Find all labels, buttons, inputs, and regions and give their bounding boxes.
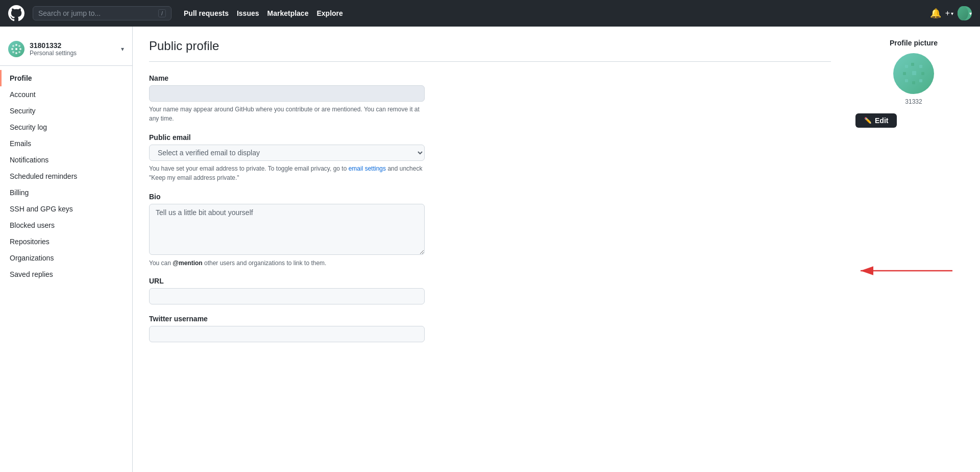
arrow-annotation — [855, 261, 972, 282]
bio-label: Bio — [149, 193, 425, 201]
sidebar-item-repositories[interactable]: Repositories — [0, 233, 132, 250]
twitter-label: Twitter username — [149, 315, 425, 323]
main-wrapper: 31801332 Personal settings ▾ Profile Acc… — [0, 27, 980, 472]
email-settings-link[interactable]: email settings — [349, 165, 386, 172]
sidebar-user-subtitle: Personal settings — [30, 50, 116, 57]
svg-point-2 — [18, 45, 20, 47]
create-new-button[interactable]: + ▾ — [945, 9, 953, 18]
sidebar-user-avatar — [8, 41, 24, 57]
profile-picture-label: Profile picture — [855, 39, 972, 47]
svg-rect-17 — [912, 81, 915, 84]
topnav-links: Pull requests Issues Marketplace Explore — [184, 9, 343, 17]
sidebar-item-security[interactable]: Security — [0, 103, 132, 119]
sidebar-item-notifications[interactable]: Notifications — [0, 152, 132, 168]
topnav: Search or jump to... / Pull requests Iss… — [0, 0, 980, 27]
main-content: Public profile Name Your name may appear… — [133, 27, 847, 472]
edit-button[interactable]: ✏️ Edit — [855, 113, 897, 128]
sidebar-item-emails[interactable]: Emails — [0, 135, 132, 152]
public-email-select[interactable]: Select a verified email to display — [149, 145, 425, 161]
url-group: URL — [149, 277, 425, 304]
sidebar-item-ssh-gpg-keys[interactable]: SSH and GPG keys — [0, 201, 132, 217]
url-label: URL — [149, 277, 425, 285]
svg-rect-14 — [912, 71, 916, 75]
sidebar-user-info: 31801332 Personal settings — [30, 41, 116, 57]
svg-point-6 — [12, 51, 14, 53]
sidebar-user[interactable]: 31801332 Personal settings ▾ — [0, 37, 132, 65]
topnav-right: 🔔 + ▾ ▾ — [930, 6, 972, 20]
topnav-explore[interactable]: Explore — [316, 9, 342, 17]
name-label: Name — [149, 74, 425, 82]
search-text: Search or jump to... — [38, 9, 101, 17]
twitter-group: Twitter username — [149, 315, 425, 342]
sidebar-item-organizations[interactable]: Organizations — [0, 250, 132, 266]
profile-picture-avatar — [893, 53, 934, 94]
profile-picture-section: Profile picture — [855, 39, 972, 128]
topnav-marketplace[interactable]: Marketplace — [267, 9, 309, 17]
svg-point-7 — [15, 52, 17, 54]
notifications-button[interactable]: 🔔 — [930, 8, 941, 19]
sidebar-item-account[interactable]: Account — [0, 86, 132, 103]
name-group: Name Your name may appear around GitHub … — [149, 74, 425, 123]
svg-rect-15 — [921, 72, 924, 75]
profile-form: Name Your name may appear around GitHub … — [149, 74, 425, 342]
svg-point-0 — [12, 45, 14, 47]
svg-rect-12 — [919, 65, 922, 68]
github-logo[interactable] — [8, 5, 24, 21]
sidebar-item-blocked-users[interactable]: Blocked users — [0, 217, 132, 233]
sidebar-item-scheduled-reminders[interactable]: Scheduled reminders — [0, 168, 132, 184]
svg-rect-10 — [905, 65, 908, 68]
user-avatar[interactable]: ▾ — [958, 6, 972, 20]
sidebar-divider — [0, 65, 132, 66]
sidebar-user-name: 31801332 — [30, 41, 116, 50]
sidebar-chevron-icon: ▾ — [121, 45, 124, 53]
search-box[interactable]: Search or jump to... / — [33, 6, 172, 20]
search-slash: / — [158, 9, 166, 17]
sidebar-item-security-log[interactable]: Security log — [0, 119, 132, 135]
twitter-input[interactable] — [149, 326, 425, 342]
name-input[interactable] — [149, 85, 425, 102]
content-wrapper: Public profile Name Your name may appear… — [133, 27, 980, 472]
pencil-icon: ✏️ — [864, 117, 872, 124]
name-hint: Your name may appear around GitHub where… — [149, 105, 425, 123]
topnav-issues[interactable]: Issues — [237, 9, 259, 17]
svg-point-1 — [15, 44, 17, 46]
svg-point-8 — [18, 51, 20, 53]
url-input[interactable] — [149, 288, 425, 304]
svg-rect-11 — [911, 63, 914, 66]
svg-rect-18 — [919, 79, 922, 82]
profile-picture-username: 31332 — [855, 98, 972, 105]
right-panel: Profile picture — [847, 27, 980, 472]
svg-point-4 — [15, 48, 17, 50]
bio-hint: You can @mention other users and organiz… — [149, 259, 425, 267]
public-email-hint: You have set your email address to priva… — [149, 164, 425, 182]
bio-textarea[interactable] — [149, 204, 425, 255]
public-email-group: Public email Select a verified email to … — [149, 133, 425, 182]
topnav-pull-requests[interactable]: Pull requests — [184, 9, 229, 17]
sidebar: 31801332 Personal settings ▾ Profile Acc… — [0, 27, 133, 472]
sidebar-item-billing[interactable]: Billing — [0, 184, 132, 201]
svg-rect-13 — [903, 72, 906, 75]
avatar-image — [958, 6, 968, 20]
public-email-label: Public email — [149, 133, 425, 141]
sidebar-item-profile[interactable]: Profile — [0, 70, 132, 86]
sidebar-item-saved-replies[interactable]: Saved replies — [0, 266, 132, 282]
svg-point-5 — [19, 48, 21, 50]
content-divider — [149, 61, 831, 62]
svg-point-3 — [11, 48, 13, 50]
page-title: Public profile — [149, 39, 831, 53]
bio-group: Bio You can @mention other users and org… — [149, 193, 425, 267]
svg-rect-16 — [905, 79, 908, 82]
